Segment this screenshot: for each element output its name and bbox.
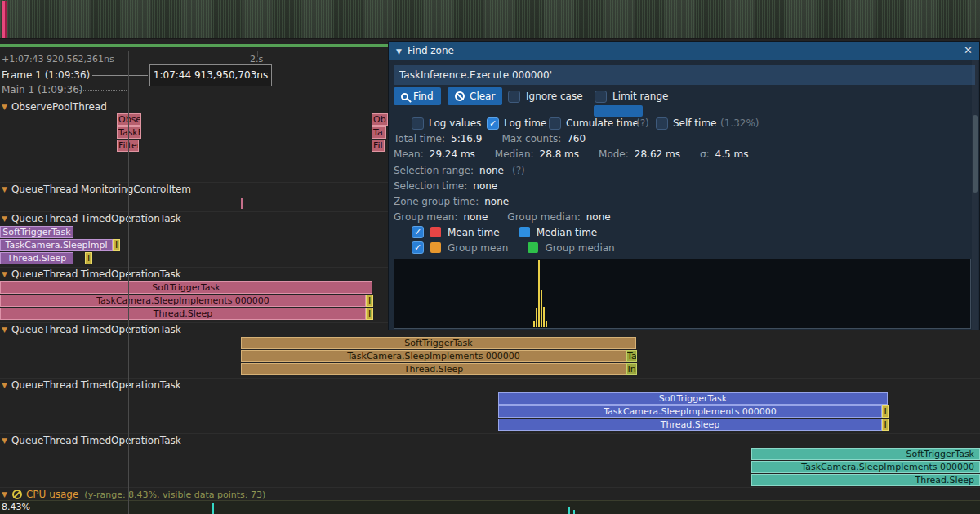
- main-frame-line: [79, 90, 127, 91]
- cumulate-time-checkbox[interactable]: [549, 117, 561, 130]
- group-mean-checkbox[interactable]: [412, 241, 424, 254]
- zone-block[interactable]: SoftTriggerTask: [241, 337, 636, 349]
- stats-row-group-mean: Group mean:none Group median:none: [394, 211, 611, 223]
- scrollbar-thumb[interactable]: [973, 115, 978, 193]
- cpu-usage-plot[interactable]: 8.43%: [0, 500, 980, 514]
- cpu-usage-value: 8.43%: [2, 502, 30, 512]
- zone-block[interactable]: Ta: [372, 126, 386, 139]
- close-icon[interactable]: ✕: [964, 42, 973, 60]
- mean-time-legend-label[interactable]: Mean time: [448, 227, 500, 238]
- stats-row-total: Total time:5:16.9 Max counts:760: [394, 133, 586, 144]
- zone-tick[interactable]: [241, 198, 243, 209]
- log-time-checkbox[interactable]: [487, 117, 499, 130]
- median-label: Median:: [495, 148, 534, 160]
- find-zone-panel: Find zone ✕ Find Clear Ignore case Limit…: [388, 41, 980, 330]
- thread-header-observepoolthread[interactable]: ObservePoolThread: [2, 101, 107, 113]
- zone-block-truncated[interactable]: I: [113, 239, 120, 251]
- zone-block[interactable]: Thread.Sleep: [498, 419, 882, 431]
- total-time-value: 5:16.9: [451, 133, 482, 144]
- thread-name: QueueThread TimedOperationTask: [11, 213, 181, 224]
- zone-block[interactable]: Thread.Sleep: [0, 308, 366, 320]
- log-time-label[interactable]: Log time: [504, 117, 546, 130]
- group-median-color-swatch[interactable]: [528, 242, 538, 253]
- selection-time-label: Selection time:: [394, 180, 467, 192]
- thread-header-timedoperationtask-2[interactable]: QueueThread TimedOperationTask: [2, 268, 181, 280]
- group-mean-color-swatch[interactable]: [430, 242, 441, 253]
- zone-block[interactable]: Thread.Sleep: [0, 252, 74, 264]
- zone-block-truncated[interactable]: Ta: [626, 350, 637, 362]
- zone-block[interactable]: TaskCamera.SleepImplements 000000: [498, 405, 882, 418]
- ignore-case-label[interactable]: Ignore case: [526, 90, 583, 103]
- zone-block[interactable]: TaskCamera.SleepImplements 000000: [0, 295, 366, 307]
- limit-range-label[interactable]: Limit range: [612, 90, 668, 103]
- zone-block[interactable]: SoftTriggerTask: [751, 448, 980, 460]
- median-time-legend-label[interactable]: Median time: [537, 227, 598, 238]
- stats-row-selection-range: Selection range:none (?): [394, 165, 525, 176]
- log-values-label[interactable]: Log values: [429, 117, 481, 130]
- limit-range-checkbox[interactable]: [595, 91, 607, 103]
- thread-header-timedoperationtask-1[interactable]: QueueThread TimedOperationTask: [2, 213, 181, 224]
- group-median-label: Group median:: [507, 211, 580, 223]
- current-frame-marker: [2, 1, 7, 38]
- panel-scrollbar[interactable]: [972, 60, 978, 330]
- find-zone-histogram[interactable]: [394, 259, 971, 329]
- zone-block[interactable]: Ob: [372, 113, 388, 126]
- zone-block[interactable]: Thread.Sleep: [241, 363, 626, 375]
- time-gridline: [128, 51, 129, 514]
- median-time-color-swatch[interactable]: [519, 227, 530, 237]
- find-zone-panel-header[interactable]: Find zone ✕: [389, 42, 979, 60]
- thread-header-monitoringcontrolitem[interactable]: QueueThread MonitoringControlItem: [2, 184, 191, 195]
- thread-header-timedoperationtask-3[interactable]: QueueThread TimedOperationTask: [2, 324, 181, 335]
- zone-block[interactable]: Obse: [117, 113, 141, 126]
- section-separator: [0, 433, 980, 434]
- zone-block[interactable]: Fil: [372, 140, 385, 152]
- zone-block[interactable]: SoftTriggerTask: [0, 281, 372, 294]
- cpu-usage-label: CPU usage: [26, 489, 78, 500]
- zone-block[interactable]: TaskCamera.SleepImplements 000000: [751, 461, 980, 473]
- thread-name: QueueThread TimedOperationTask: [11, 324, 181, 335]
- zone-block-truncated[interactable]: In: [626, 363, 637, 375]
- search-icon: [401, 93, 408, 100]
- frame-range-line: [92, 75, 148, 76]
- legend-row-time: Mean time Median time: [412, 226, 597, 238]
- partially-scrolled-widget[interactable]: [594, 105, 643, 117]
- cumulate-time-label[interactable]: Cumulate time: [566, 117, 639, 130]
- frames-overview-bar[interactable]: [0, 0, 980, 39]
- median-value: 28.8 ms: [540, 148, 579, 160]
- mean-time-color-swatch[interactable]: [430, 227, 441, 237]
- zone-block-truncated[interactable]: I: [882, 405, 889, 418]
- zone-block-truncated[interactable]: I: [366, 308, 373, 320]
- collapse-arrow-icon: [2, 436, 7, 445]
- thread-name: QueueThread MonitoringControlItem: [11, 184, 191, 195]
- thread-name: QueueThread TimedOperationTask: [11, 435, 181, 446]
- log-values-checkbox[interactable]: [412, 117, 424, 130]
- zone-block[interactable]: SoftTriggerTask: [498, 392, 888, 405]
- find-button[interactable]: Find: [394, 87, 441, 105]
- zone-block[interactable]: SoftTriggerTask: [0, 226, 74, 238]
- self-time-checkbox[interactable]: [656, 117, 668, 130]
- zone-block[interactable]: Thread.Sleep: [751, 474, 980, 486]
- sigma-value: 4.5 ms: [715, 148, 749, 160]
- group-median-legend-label[interactable]: Group median: [545, 242, 614, 254]
- thread-header-timedoperationtask-4[interactable]: QueueThread TimedOperationTask: [2, 379, 181, 391]
- zone-block[interactable]: TaskF: [117, 126, 141, 139]
- cpu-usage-header[interactable]: CPU usage(y-range: 8.43%, visible data p…: [2, 489, 265, 500]
- main-frame-label: Main 1 (1:09:36): [2, 84, 83, 95]
- zone-search-input[interactable]: [394, 65, 975, 85]
- cursor-time-tooltip: 1:07:44 913,950,703ns: [149, 64, 272, 86]
- group-mean-label: Group mean:: [394, 211, 457, 223]
- thread-header-timedoperationtask-5[interactable]: QueueThread TimedOperationTask: [2, 435, 181, 446]
- zone-block[interactable]: TaskCamera.SleepImpl: [0, 239, 113, 251]
- frame-range-label: Frame 1 (1:09:36): [2, 69, 90, 81]
- self-time-label[interactable]: Self time: [673, 117, 716, 130]
- selection-range-value: none: [479, 165, 504, 176]
- ignore-case-checkbox[interactable]: [508, 91, 520, 103]
- group-mean-legend-label[interactable]: Group mean: [448, 242, 508, 254]
- mean-time-checkbox[interactable]: [412, 226, 424, 238]
- zone-block-truncated[interactable]: I: [85, 252, 92, 264]
- zone-block-truncated[interactable]: I: [366, 295, 373, 307]
- clear-button[interactable]: Clear: [448, 87, 502, 105]
- section-separator: [0, 487, 980, 488]
- zone-block[interactable]: TaskCamera.SleepImplements 000000: [241, 350, 626, 362]
- zone-block-truncated[interactable]: I: [882, 419, 889, 431]
